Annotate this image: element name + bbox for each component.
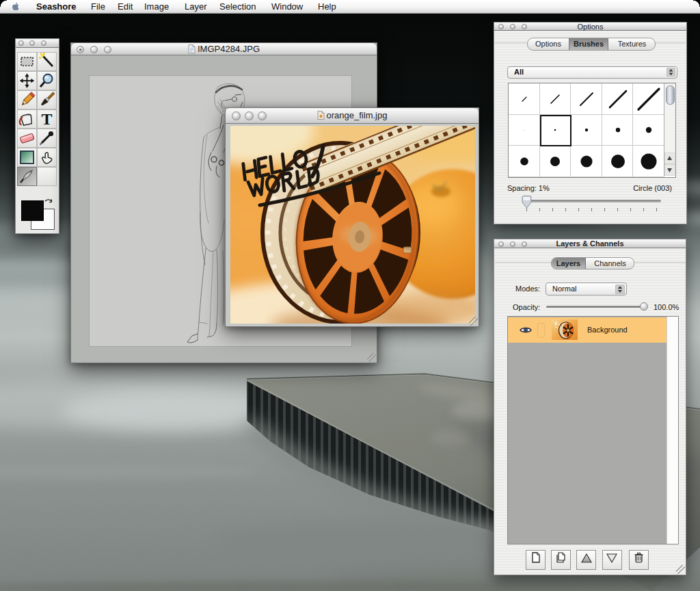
svg-text:T: T [41,110,52,128]
